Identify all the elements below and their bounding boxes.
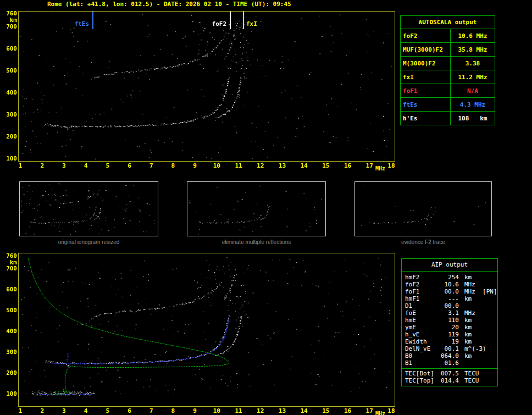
param-label: MUF(3000)F2: [401, 43, 451, 57]
prof-x-tick-18: 18: [385, 408, 398, 414]
prof-x-tick-16: 16: [341, 408, 354, 414]
param-label: h_vE: [405, 331, 437, 338]
aip-row: foE3.1MHz: [405, 309, 497, 317]
param-value: 00.0: [437, 288, 459, 295]
prof-x-tick-3: 3: [57, 408, 70, 414]
param-label: foF1: [405, 288, 437, 295]
aip-row: DelN_vE00.1m^(-3): [405, 345, 497, 352]
param-value: N/A: [451, 84, 495, 98]
table-row: h'Es108 km: [401, 112, 495, 125]
param-label: foF2: [405, 281, 437, 288]
aip-row: Ewidth19km: [405, 338, 497, 345]
param-label: hmE: [405, 317, 437, 324]
table-row: MUF(3000)F235.8 MHz: [401, 43, 495, 57]
prof-y-tick-600: 600: [1, 286, 17, 293]
aip-tec-row: TEC[Top]014.4TECU: [405, 377, 497, 384]
thumbnail-evidence-f2: [354, 181, 492, 236]
aip-table-body: hmF2254km foF210.6MHz foF100.0MHz [PN] h…: [402, 272, 497, 386]
profile-ionogram-plot: [18, 253, 395, 407]
aip-row: hmF2254km: [405, 274, 497, 281]
param-value: 014.4: [437, 377, 459, 384]
prof-x-tick-6: 6: [123, 408, 136, 414]
param-unit: km: [464, 331, 472, 338]
main-x-tick-7: 7: [145, 163, 158, 169]
param-unit: km: [464, 324, 472, 331]
main-x-tick-2: 2: [36, 163, 49, 169]
table-row: foF210.6 MHz: [401, 29, 495, 43]
param-unit: MHz: [464, 281, 475, 288]
main-x-tick-15: 15: [319, 163, 332, 169]
autoscala-output-table: AUTOSCALA output foF210.6 MHz MUF(3000)F…: [400, 15, 495, 125]
param-value: 254: [437, 274, 459, 281]
main-x-tick-18: 18: [385, 163, 398, 169]
thumbnail-evidence-canvas: [355, 182, 491, 236]
aip-row: foF210.6MHz: [405, 281, 497, 288]
thumbnail-eliminate-canvas: [187, 182, 325, 236]
table-row: fxI11.2 MHz: [401, 70, 495, 84]
main-y-tick-700: 700: [1, 24, 17, 30]
main-y-tick-400: 400: [1, 90, 17, 96]
table-header-row: AUTOSCALA output: [401, 16, 495, 29]
main-x-tick-10: 10: [210, 163, 223, 169]
param-value: 4.3 MHz: [451, 98, 495, 112]
main-y-tick-500: 500: [1, 68, 17, 74]
main-x-tick-8: 8: [167, 163, 180, 169]
autoscala-ionogram-viewer: Rome (lat: +41.8, lon: 012.5) - DATE: 20…: [0, 0, 532, 415]
prof-x-tick-9: 9: [189, 408, 202, 414]
main-y-tick-600: 600: [1, 46, 17, 52]
param-unit: TECU: [464, 370, 479, 377]
param-unit: km: [464, 317, 472, 324]
param-label: h'Es: [401, 112, 451, 125]
page-title: Rome (lat: +41.8, lon: 012.5) - DATE: 20…: [47, 1, 291, 8]
main-x-tick-11: 11: [232, 163, 245, 169]
param-value: 108 km: [451, 112, 495, 125]
param-value: 3.38: [451, 57, 495, 70]
param-value: 110: [437, 317, 459, 324]
main-x-axis-unit: MHz: [375, 165, 385, 172]
main-ionogram-plot: [18, 11, 395, 162]
aip-row: h_vE119km: [405, 331, 497, 338]
aip-row: B0064.0km: [405, 352, 497, 359]
param-unit: km: [464, 338, 472, 345]
param-value: ---: [437, 295, 459, 302]
prof-y-tick-300: 300: [1, 349, 17, 356]
param-unit: TECU: [464, 377, 479, 384]
autoscala-table-title: AUTOSCALA output: [401, 16, 495, 29]
prof-x-tick-17: 17: [363, 408, 376, 414]
table-row: M(3000)F23.38: [401, 57, 495, 70]
param-value: 11.2 MHz: [451, 70, 495, 84]
param-label: D1: [405, 302, 437, 309]
main-x-tick-16: 16: [341, 163, 354, 169]
param-label: hmF1: [405, 295, 437, 302]
main-x-tick-13: 13: [275, 163, 289, 169]
aip-row: ymE20km: [405, 324, 497, 331]
prof-x-tick-14: 14: [297, 408, 311, 414]
param-label: M(3000)F2: [401, 57, 451, 70]
prof-y-tick-500: 500: [1, 307, 17, 314]
param-value: 119: [437, 331, 459, 338]
param-unit: km: [464, 274, 472, 281]
main-x-tick-5: 5: [101, 163, 114, 169]
prof-x-tick-7: 7: [145, 408, 158, 414]
param-value: 007.5: [437, 370, 459, 377]
prof-x-axis-unit: MHz: [375, 411, 385, 415]
param-label: DelN_vE: [405, 345, 437, 352]
prof-x-tick-4: 4: [79, 408, 92, 414]
prof-x-tick-10: 10: [210, 408, 223, 414]
table-row: foF1N/A: [401, 84, 495, 98]
param-unit: km: [464, 295, 472, 302]
thumbnail-original-canvas: [20, 182, 158, 236]
aip-tec-row: TEC[Bot]007.5TECU: [405, 370, 497, 377]
param-value: 01.6: [437, 359, 459, 367]
prof-y-tick-200: 200: [1, 370, 17, 377]
main-x-tick-4: 4: [79, 163, 92, 169]
prof-x-tick-8: 8: [167, 408, 180, 414]
aip-row: D100.0: [405, 302, 497, 309]
param-unit: MHz [PN]: [464, 288, 497, 295]
aip-separator: [402, 368, 497, 369]
param-label: TEC[Bot]: [405, 370, 437, 377]
main-y-tick-200: 200: [1, 134, 17, 140]
prof-x-tick-12: 12: [254, 408, 267, 414]
param-value: 20: [437, 324, 459, 331]
param-value: 00.1: [437, 345, 459, 352]
